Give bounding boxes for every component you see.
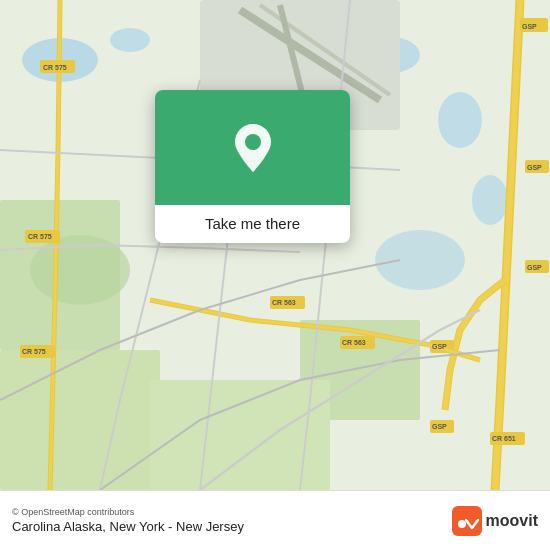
svg-text:GSP: GSP xyxy=(527,164,542,171)
svg-point-2 xyxy=(110,28,150,52)
osm-attribution: © OpenStreetMap contributors xyxy=(12,507,244,517)
location-pin-icon xyxy=(231,122,275,174)
svg-text:CR 651: CR 651 xyxy=(492,435,516,442)
map-container[interactable]: CR 575 CR 575 CR 575 CR 563 CR 563 CR 65… xyxy=(0,0,550,490)
location-name: Carolina Alaska, New York - New Jersey xyxy=(12,519,244,534)
svg-text:GSP: GSP xyxy=(432,343,447,350)
moovit-brand-icon xyxy=(452,506,482,536)
moovit-brand-text: moovit xyxy=(486,512,538,530)
svg-text:GSP: GSP xyxy=(522,23,537,30)
svg-text:CR 563: CR 563 xyxy=(342,339,366,346)
map-svg: CR 575 CR 575 CR 575 CR 563 CR 563 CR 65… xyxy=(0,0,550,490)
svg-text:CR 563: CR 563 xyxy=(272,299,296,306)
svg-text:GSP: GSP xyxy=(527,264,542,271)
popup-card[interactable]: Take me there xyxy=(155,90,350,243)
svg-text:CR 575: CR 575 xyxy=(22,348,46,355)
svg-text:CR 575: CR 575 xyxy=(43,64,67,71)
svg-point-6 xyxy=(375,230,465,290)
take-me-there-button[interactable]: Take me there xyxy=(205,215,300,232)
popup-label-section[interactable]: Take me there xyxy=(155,205,350,243)
svg-point-5 xyxy=(472,175,508,225)
popup-green-section xyxy=(155,90,350,205)
svg-point-4 xyxy=(438,92,482,148)
bottom-bar: © OpenStreetMap contributors Carolina Al… xyxy=(0,490,550,550)
svg-point-42 xyxy=(458,520,466,528)
svg-point-40 xyxy=(245,134,261,150)
svg-rect-12 xyxy=(0,350,160,490)
moovit-logo[interactable]: moovit xyxy=(452,506,538,536)
svg-text:CR 575: CR 575 xyxy=(28,233,52,240)
bottom-left: © OpenStreetMap contributors Carolina Al… xyxy=(12,507,244,534)
svg-text:GSP: GSP xyxy=(432,423,447,430)
